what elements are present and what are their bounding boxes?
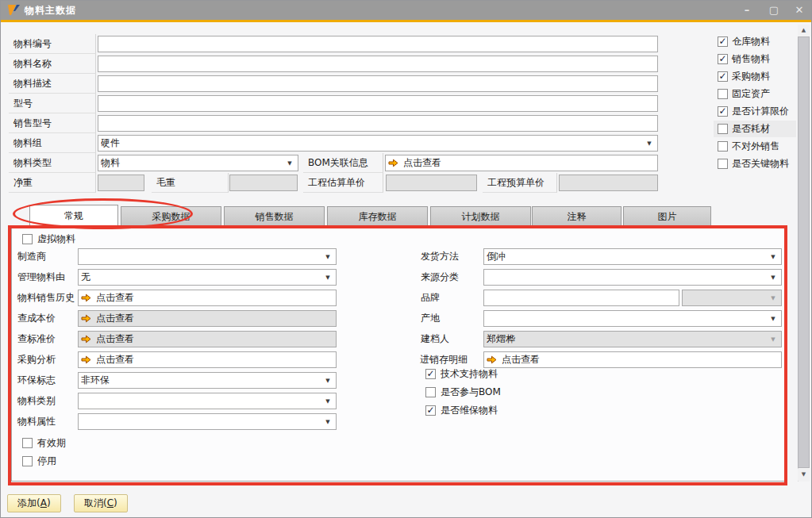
check-standard-price-link[interactable]: 点击查看 — [78, 331, 337, 347]
label-gross-weight: 毛重 — [152, 173, 229, 193]
dropdown-arrow-icon: ▼ — [322, 378, 333, 384]
label-participate-bom: 是否参与BOM — [441, 386, 501, 398]
purchase-analysis-link-text: 点击查看 — [96, 353, 134, 366]
checkbox-virtual-item[interactable] — [22, 234, 33, 244]
checkbox-fixed-asset[interactable] — [718, 89, 728, 99]
add-button-text: 添加( — [17, 497, 40, 508]
inventory-detail-link[interactable]: 点击查看 — [483, 351, 782, 368]
app-logo-icon — [7, 4, 21, 16]
checkbox-consumable[interactable] — [718, 124, 728, 134]
tab-general[interactable]: 常规 — [29, 205, 118, 228]
link-arrow-icon — [81, 314, 91, 323]
tab-sales[interactable]: 销售数据 — [224, 206, 325, 226]
label-no-external-sale: 不对外销售 — [732, 140, 779, 152]
close-icon[interactable]: ✕ — [790, 2, 809, 18]
brand-input[interactable] — [483, 290, 679, 306]
manufacturer-dropdown[interactable]: ▼ — [78, 248, 337, 265]
checkbox-deactivated[interactable] — [22, 456, 33, 466]
titlebar: 物料主数据 – ▢ ✕ — [1, 1, 811, 20]
dropdown-arrow-icon: ▼ — [768, 295, 779, 301]
item-code-input[interactable] — [98, 36, 658, 52]
bom-info-link[interactable]: 点击查看 — [385, 155, 658, 171]
link-arrow-icon — [388, 159, 398, 167]
link-arrow-icon — [81, 335, 91, 343]
delivery-method-dropdown[interactable]: 倒冲 ▼ — [483, 248, 782, 265]
sales-history-link[interactable]: 点击查看 — [78, 290, 337, 306]
titlebar-accent-line — [1, 20, 811, 22]
eng-estimate-price-field — [386, 175, 477, 191]
label-tech-support-item: 技术支持物料 — [441, 368, 498, 380]
label-delivery-method: 发货方法 — [421, 248, 459, 265]
material-group-value: 硬件 — [101, 136, 644, 150]
label-purchase-item: 采购物料 — [732, 71, 770, 82]
dropdown-arrow-icon: ▼ — [644, 140, 655, 147]
label-origin: 产地 — [421, 310, 440, 327]
label-eng-estimate-price: 工程估算单价 — [303, 173, 383, 193]
label-warehouse-item: 仓库物料 — [732, 36, 770, 48]
check-cost-price-link[interactable]: 点击查看 — [78, 310, 337, 327]
checkbox-tech-support-item[interactable]: ✓ — [425, 369, 436, 379]
delivery-method-value: 倒冲 — [487, 250, 768, 263]
dropdown-arrow-icon: ▼ — [322, 254, 333, 260]
scrollbar-down-icon[interactable]: ▼ — [798, 469, 810, 481]
checkbox-key-material[interactable] — [718, 159, 728, 169]
checkbox-sales-item[interactable]: ✓ — [718, 54, 728, 64]
purchase-analysis-link[interactable]: 点击查看 — [78, 351, 337, 368]
dropdown-arrow-icon: ▼ — [768, 336, 779, 343]
label-bom-info: BOM关联信息 — [303, 153, 383, 173]
tab-picture[interactable]: 图片 — [623, 206, 711, 226]
check-standard-price-link-text: 点击查看 — [96, 332, 134, 346]
dropdown-arrow-icon: ▼ — [768, 316, 779, 322]
add-button-text-end: ) — [47, 497, 51, 508]
item-name-input[interactable] — [98, 56, 658, 72]
cancel-button[interactable]: 取消(C) — [74, 494, 128, 512]
item-desc-input[interactable] — [98, 75, 658, 92]
material-group-dropdown[interactable]: 硬件 ▼ — [98, 135, 658, 152]
label-record-creator: 建档人 — [421, 331, 449, 347]
label-purchase-analysis: 采购分析 — [17, 351, 56, 368]
checkbox-warehouse-item[interactable]: ✓ — [718, 36, 728, 47]
checkbox-no-external-sale[interactable] — [718, 141, 728, 152]
add-button[interactable]: 添加(A) — [7, 494, 61, 512]
material-category-dropdown[interactable]: ▼ — [78, 393, 337, 409]
minimize-icon[interactable]: – — [737, 2, 756, 18]
dropdown-arrow-icon: ▼ — [768, 274, 779, 281]
label-inventory-detail: 进销存明细 — [420, 351, 468, 368]
tab-remarks[interactable]: 注释 — [532, 206, 622, 226]
label-eng-budget-price: 工程预算单价 — [483, 173, 557, 193]
label-env-flag: 环保标志 — [17, 372, 56, 389]
label-item-desc: 物料描述 — [9, 74, 96, 94]
dropdown-arrow-icon: ▼ — [284, 160, 295, 167]
origin-dropdown[interactable]: ▼ — [483, 310, 782, 327]
label-material-attribute: 物料属性 — [17, 413, 56, 430]
checkbox-purchase-item[interactable]: ✓ — [718, 71, 728, 82]
dropdown-arrow-icon: ▼ — [768, 254, 779, 260]
checkbox-calc-price-limit[interactable]: ✓ — [718, 106, 728, 117]
check-cost-price-link-text: 点击查看 — [96, 312, 134, 325]
label-check-standard-price: 查标准价 — [17, 331, 56, 347]
label-virtual-item: 虚拟物料 — [37, 233, 75, 245]
env-flag-dropdown[interactable]: 非环保 ▼ — [78, 372, 337, 389]
label-deactivated: 停用 — [37, 455, 56, 467]
sales-model-input[interactable] — [98, 115, 658, 132]
bom-info-link-text: 点击查看 — [403, 156, 441, 170]
scrollbar-up-icon[interactable]: ▲ — [798, 25, 810, 36]
managed-by-dropdown[interactable]: 无 ▼ — [78, 269, 337, 286]
material-attribute-dropdown[interactable]: ▼ — [78, 413, 337, 430]
model-input[interactable] — [98, 95, 658, 112]
tab-purchasing[interactable]: 采购数据 — [121, 206, 221, 226]
label-sales-model: 销售型号 — [9, 113, 96, 133]
checkbox-maintenance-item[interactable]: ✓ — [425, 405, 436, 416]
add-button-mnemonic: A — [40, 497, 47, 508]
label-fixed-asset: 固定资产 — [732, 88, 770, 100]
maximize-icon[interactable]: ▢ — [764, 2, 783, 18]
tab-planning[interactable]: 计划数据 — [430, 206, 531, 226]
checkbox-participate-bom[interactable] — [425, 387, 436, 397]
cancel-button-mnemonic: C — [107, 497, 114, 508]
scrollbar-thumb[interactable] — [798, 36, 810, 468]
material-type-dropdown[interactable]: 物料 ▼ — [98, 155, 298, 171]
managed-by-value: 无 — [81, 271, 322, 284]
checkbox-validity-period[interactable] — [22, 438, 33, 448]
tab-inventory[interactable]: 库存数据 — [327, 206, 428, 226]
source-category-dropdown[interactable]: ▼ — [483, 269, 782, 286]
